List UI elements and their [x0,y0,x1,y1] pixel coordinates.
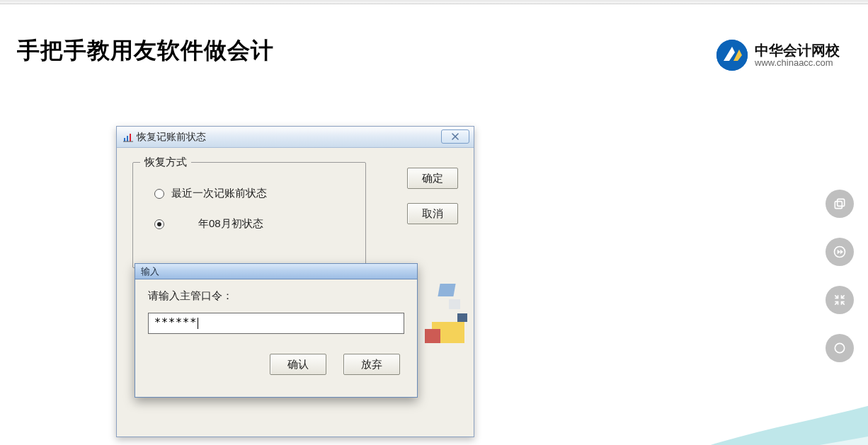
page-title: 手把手教用友软件做会计 [17,35,274,67]
password-dialog-titlebar[interactable]: 输入 [135,264,417,279]
cancel-button[interactable]: 取消 [407,203,458,224]
svg-rect-5 [835,202,842,209]
brand-logo-icon [716,40,748,71]
confirm-button[interactable]: 确认 [270,354,326,375]
radio-icon[interactable] [154,189,164,199]
password-dialog: 输入 请输入主管口令： ****** 确认 放弃 [135,263,418,398]
decorative-swoosh [556,346,868,445]
svg-rect-2 [127,136,128,141]
copy-button[interactable] [826,190,854,218]
ok-button[interactable]: 确定 [407,168,458,189]
brand-url: www.chinaacc.com [755,58,840,68]
collapse-button[interactable] [826,286,854,314]
svg-point-7 [835,343,844,352]
radio-label: 最近一次记账前状态 [171,187,267,200]
restore-dialog-titlebar[interactable]: 恢复记账前状态 [117,127,474,148]
password-dialog-title: 输入 [141,265,159,278]
restore-mode-group-label: 恢复方式 [140,156,191,169]
brand-block: 中华会计网校 www.chinaacc.com [716,40,840,71]
svg-rect-1 [124,138,125,141]
password-value: ****** [154,316,197,329]
password-input[interactable]: ****** [148,313,404,334]
app-icon [122,132,134,143]
radio-option-recent[interactable]: 最近一次记账前状态 [154,187,365,200]
record-button[interactable] [826,334,854,362]
abandon-button[interactable]: 放弃 [343,354,400,375]
radio-icon[interactable] [154,219,164,229]
brand-name: 中华会计网校 [755,42,840,58]
window-top-edge [0,0,868,4]
restore-dialog-title: 恢复记账前状态 [137,131,206,144]
password-prompt: 请输入主管口令： [148,289,404,303]
svg-rect-3 [130,134,131,141]
radio-label: 年08月初状态 [198,217,263,231]
close-button[interactable] [441,129,469,144]
floating-controls [826,190,854,362]
decorative-art [425,279,481,357]
svg-rect-4 [838,199,845,206]
fast-forward-button[interactable] [826,238,854,266]
restore-mode-group: 恢复方式 最近一次记账前状态 年08月初状态 [132,162,366,268]
radio-option-month[interactable]: 年08月初状态 [154,217,365,231]
